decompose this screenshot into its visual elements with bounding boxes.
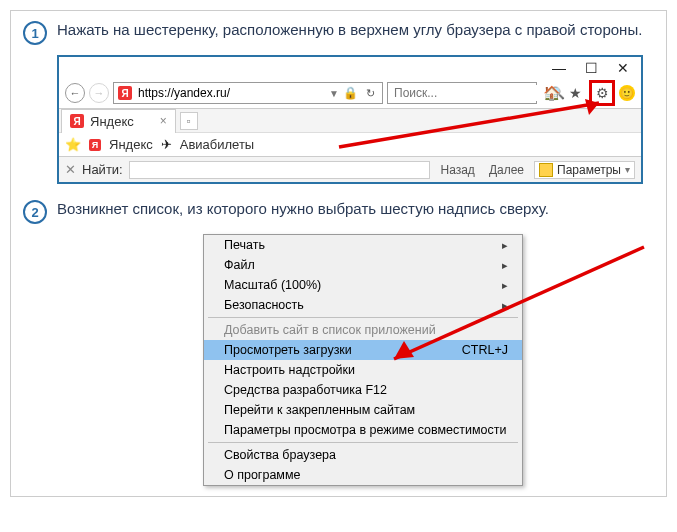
menu-f12-label: Средства разработчика F12 [224,383,387,397]
find-params-button[interactable]: Параметры ▾ [534,161,635,179]
step-1-badge: 1 [23,21,47,45]
find-close-icon[interactable]: ✕ [65,162,76,177]
step-1-text: Нажать на шестеренку, расположенную в ве… [57,19,654,45]
menu-pinned[interactable]: Перейти к закрепленным сайтам [204,400,522,420]
maximize-button[interactable]: ☐ [583,60,599,76]
menu-file-label: Файл [224,258,255,272]
forward-button[interactable]: → [89,83,109,103]
minimize-button[interactable]: — [551,60,567,76]
smile-icon[interactable]: 🙂 [619,85,635,101]
menu-f12[interactable]: Средства разработчика F12 [204,380,522,400]
lock-icon: 🔒 [343,86,358,100]
pencil-icon [539,163,553,177]
gear-icon[interactable]: ⚙ [592,83,612,103]
browser-window: — ☐ ✕ ← → Я ▼ 🔒 ↻ 🔍 🏠 ★ ⚙ 🙂 [57,55,643,184]
chevron-right-icon: ▸ [502,299,508,312]
refresh-button[interactable]: ↻ [362,85,378,101]
back-button[interactable]: ← [65,83,85,103]
window-titlebar: — ☐ ✕ [59,57,641,78]
find-label: Найти: [82,162,123,177]
menu-pinned-label: Перейти к закрепленным сайтам [224,403,415,417]
url-dropdown-icon[interactable]: ▼ [329,88,339,99]
menu-zoom[interactable]: Масштаб (100%)▸ [204,275,522,295]
bookmark-yandex[interactable]: Яндекс [109,137,153,152]
chevron-right-icon: ▸ [502,239,508,252]
menu-add-app-label: Добавить сайт в список приложений [224,323,436,337]
favorites-button[interactable]: ★ [565,83,585,103]
menu-zoom-label: Масштаб (100%) [224,278,321,292]
menu-add-app[interactable]: Добавить сайт в список приложений [204,320,522,340]
menu-addons[interactable]: Настроить надстройки [204,360,522,380]
chevron-right-icon: ▸ [502,279,508,292]
menu-compat[interactable]: Параметры просмотра в режиме совместимос… [204,420,522,440]
menu-compat-label: Параметры просмотра в режиме совместимос… [224,423,507,437]
step-2-badge: 2 [23,200,47,224]
context-menu: Печать▸ Файл▸ Масштаб (100%)▸ Безопаснос… [203,234,523,486]
tab-strip: Я Яндекс × ▫ [59,108,641,132]
plane-icon: ✈ [161,137,172,152]
search-input[interactable] [392,85,546,101]
menu-about[interactable]: О программе [204,465,522,485]
find-params-label: Параметры [557,163,621,177]
menu-downloads-hotkey: CTRL+J [462,343,508,357]
find-back-button[interactable]: Назад [436,163,478,177]
menu-about-label: О программе [224,468,300,482]
search-box[interactable]: 🔍 [387,82,537,104]
find-next-button[interactable]: Далее [485,163,528,177]
menu-addons-label: Настроить надстройки [224,363,355,377]
menu-downloads-label: Просмотреть загрузки [224,343,352,357]
tab-yandex[interactable]: Я Яндекс × [61,109,176,133]
step-2-text: Возникнет список, из которого нужно выбр… [57,198,654,224]
new-tab-button[interactable]: ▫ [180,112,198,130]
menu-separator [208,317,518,318]
url-input[interactable] [136,85,325,101]
menu-downloads[interactable]: Просмотреть загрузкиCTRL+J [204,340,522,360]
menu-separator [208,442,518,443]
yandex-favicon: Я [118,86,132,100]
menu-print-label: Печать [224,238,265,252]
menu-props[interactable]: Свойства браузера [204,445,522,465]
close-window-button[interactable]: ✕ [615,60,631,76]
gear-highlight: ⚙ [589,80,615,106]
star-icon: ⭐ [65,137,81,152]
find-params-chevron-icon: ▾ [625,164,630,175]
bookmarks-bar: ⭐ Я Яндекс ✈ Авиабилеты [59,132,641,156]
bookmark-avia[interactable]: Авиабилеты [180,137,254,152]
tab-title: Яндекс [90,114,134,129]
tab-close-icon[interactable]: × [160,114,167,128]
bookmark-yandex-icon: Я [89,139,101,151]
menu-safety-label: Безопасность [224,298,304,312]
menu-safety[interactable]: Безопасность▸ [204,295,522,315]
menu-file[interactable]: Файл▸ [204,255,522,275]
find-input[interactable] [129,161,431,179]
find-bar: ✕ Найти: Назад Далее Параметры ▾ [59,156,641,182]
menu-print[interactable]: Печать▸ [204,235,522,255]
tab-favicon: Я [70,114,84,128]
menu-props-label: Свойства браузера [224,448,336,462]
address-bar[interactable]: Я ▼ 🔒 ↻ [113,82,383,104]
home-button[interactable]: 🏠 [541,83,561,103]
chevron-right-icon: ▸ [502,259,508,272]
